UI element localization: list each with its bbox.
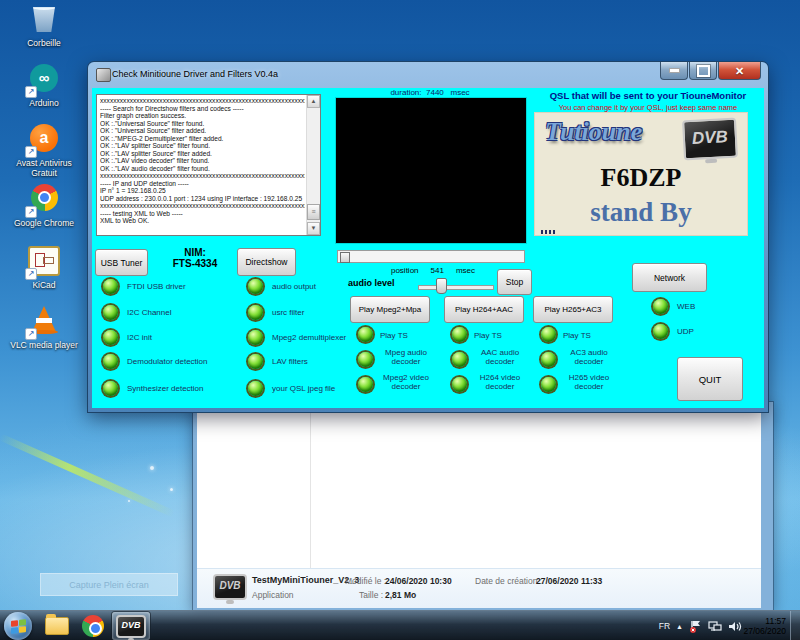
- position-value: 541: [431, 266, 444, 275]
- minimize-icon: [669, 68, 680, 73]
- led-label: WEB: [677, 302, 695, 311]
- log-lines: xxxxxxxxxxxxxxxxxxxxxxxxxxxxxxxxxxxxxxxx…: [100, 97, 305, 225]
- shortcut-arrow-icon: ↗: [25, 206, 37, 218]
- desktop-icon-label: VLC media player: [4, 340, 84, 350]
- start-button[interactable]: [4, 612, 32, 640]
- close-icon: ✕: [735, 66, 744, 76]
- maximize-button[interactable]: [689, 62, 717, 80]
- recycle-bin-icon: [31, 4, 57, 32]
- led-label: H264 video decoder: [468, 373, 532, 391]
- language-indicator[interactable]: FR: [659, 621, 670, 631]
- desktop-icon-label: KiCad: [4, 280, 84, 290]
- dvb-app-icon-text: DVB: [121, 620, 140, 630]
- scrollbar-thumb[interactable]: ≡: [307, 204, 320, 220]
- taskbar-explorer-button[interactable]: [40, 612, 74, 640]
- desktop-icon-recycle-bin[interactable]: Corbeille: [4, 4, 84, 48]
- desktop-icon-label: Avast Antivirus Gratuit: [4, 158, 84, 178]
- led-label: Mpeg2 video decoder: [374, 373, 438, 391]
- taskbar-dvb-app-button[interactable]: DVB: [112, 612, 150, 640]
- udp-led: [653, 324, 668, 339]
- log-line: OK :."LAV audio decoder" filter found.: [100, 165, 305, 173]
- size-value: 2,81 Mo: [385, 590, 416, 600]
- explorer-window: DVB TestMyMiniTiouner_V2_3 Modifié le : …: [193, 402, 773, 610]
- led-label: audio output: [272, 282, 316, 291]
- log-scrollbar[interactable]: ▲ ≡ ▼: [306, 95, 320, 235]
- web-led: [653, 299, 668, 314]
- desktop-icon-vlc[interactable]: ↗ VLC media player: [4, 306, 84, 350]
- play-section-h265: Play H265+AC3 Play TS AC3 audio decoder …: [533, 296, 623, 400]
- file-type: Application: [252, 590, 294, 600]
- close-button[interactable]: ✕: [718, 62, 761, 80]
- network-button[interactable]: Network: [632, 263, 707, 292]
- folder-icon: [45, 617, 69, 635]
- mpeg-audio-decoder-led: [358, 352, 373, 367]
- taskbar-chrome-button[interactable]: [76, 612, 110, 640]
- desktop-icon-kicad[interactable]: ↗ KiCad: [4, 246, 84, 290]
- desktop-icon-arduino[interactable]: ∞↗ Arduino: [4, 64, 84, 108]
- log-textbox[interactable]: xxxxxxxxxxxxxxxxxxxxxxxxxxxxxxxxxxxxxxxx…: [96, 94, 321, 236]
- scroll-down-icon[interactable]: ▼: [307, 222, 320, 235]
- qsl-jpeg-file-led: [248, 381, 263, 396]
- log-line: OK :."Universal Source" filter found.: [100, 120, 305, 128]
- clock-date: 27/06/2020: [743, 626, 786, 636]
- led-label: Play TS: [563, 331, 591, 340]
- titlebar[interactable]: Check Minitioune Driver and Filters V0.4…: [88, 62, 768, 88]
- log-line: OK : "Universal Source" filter added.: [100, 127, 305, 135]
- position-unit: msec: [456, 266, 475, 275]
- log-line: ----- IP and UDP detection -----: [100, 180, 305, 188]
- play-h265-button[interactable]: Play H265+AC3: [533, 296, 613, 323]
- size-label: Taille :: [359, 590, 383, 600]
- led-label: Play TS: [380, 331, 408, 340]
- directshow-button[interactable]: Directshow: [237, 248, 296, 276]
- synthesizer-detection-led: [103, 381, 118, 396]
- play-h264-button[interactable]: Play H264+AAC: [444, 296, 524, 323]
- network-tray-icon[interactable]: [708, 620, 722, 633]
- led-label: Play TS: [474, 331, 502, 340]
- log-line: OK :."LAV splitter Source" filter found.: [100, 142, 305, 150]
- audio-level-thumb[interactable]: [436, 278, 447, 294]
- led-label: I2C init: [127, 333, 152, 342]
- clock-time: 11:57: [743, 616, 786, 626]
- led-label: H265 video decoder: [557, 373, 621, 391]
- explorer-nav-divider: [310, 406, 311, 569]
- chrome-icon: [82, 615, 104, 637]
- log-line: OK :."LAV video decoder" filter found.: [100, 157, 305, 165]
- shortcut-arrow-icon: ↗: [25, 86, 37, 98]
- aac-audio-decoder-led: [452, 352, 467, 367]
- play-ts-led: [541, 327, 556, 342]
- position-slider-thumb[interactable]: [340, 252, 350, 263]
- h264-video-decoder-led: [452, 377, 467, 392]
- duration-label: duration:: [390, 88, 421, 97]
- tray-expand-icon[interactable]: ▲: [676, 623, 683, 630]
- desktop-icon-avast[interactable]: a↗ Avast Antivirus Gratuit: [4, 124, 84, 178]
- app-client-area: xxxxxxxxxxxxxxxxxxxxxxxxxxxxxxxxxxxxxxxx…: [92, 88, 764, 408]
- led-label: your QSL jpeg file: [272, 384, 335, 393]
- led-label: LAV filters: [272, 357, 308, 366]
- mpeg2-video-decoder-led: [358, 377, 373, 392]
- system-tray: FR ▲: [659, 611, 742, 640]
- position-slider[interactable]: [337, 250, 525, 263]
- position-label: position: [391, 266, 419, 275]
- play-section-h264: Play H264+AAC Play TS AAC audio decoder …: [444, 296, 534, 400]
- file-name: TestMyMiniTiouner_V2_3: [252, 575, 359, 585]
- qsl-heading: QSL that will be sent to your TiouneMoni…: [530, 90, 764, 101]
- audio-level-slider[interactable]: [418, 285, 494, 290]
- nim-value: FTS-4334: [154, 258, 236, 269]
- created-label: Date de création :: [475, 576, 542, 586]
- show-desktop-button[interactable]: [790, 611, 800, 640]
- usb-tuner-button[interactable]: USB Tuner: [95, 249, 148, 276]
- volume-tray-icon[interactable]: [728, 620, 742, 633]
- log-line: Filter graph creation success.: [100, 112, 305, 120]
- action-center-flag-icon[interactable]: [689, 620, 702, 633]
- qsl-status: stand By: [535, 197, 747, 228]
- scroll-up-icon[interactable]: ▲: [307, 95, 320, 108]
- dvb-app-icon: DVB: [116, 615, 146, 638]
- minimize-button[interactable]: [660, 62, 688, 80]
- stop-button[interactable]: Stop: [497, 269, 532, 295]
- quit-button[interactable]: QUIT: [677, 357, 743, 401]
- play-mpeg2-button[interactable]: Play Mpeg2+Mpa: [350, 296, 430, 323]
- led-label: AC3 audio decoder: [557, 348, 621, 366]
- desktop-icon-chrome[interactable]: ↗ Google Chrome: [4, 184, 84, 228]
- demodulator-detection-led: [103, 354, 118, 369]
- taskbar-clock[interactable]: 11:57 27/06/2020: [743, 616, 786, 636]
